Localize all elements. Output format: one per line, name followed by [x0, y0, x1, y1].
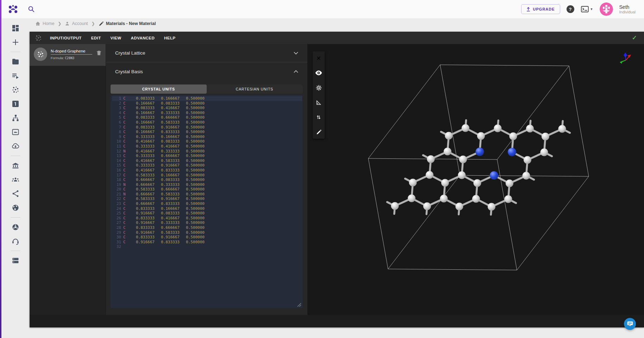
- atom-C[interactable]: [472, 195, 480, 203]
- basis-row[interactable]: 18C0.6666670.0833330.500000: [112, 177, 302, 182]
- crystal-lattice-accordion[interactable]: Crystal Lattice: [106, 44, 307, 62]
- sidebar-item-cloud-upload[interactable]: [11, 142, 20, 150]
- basis-row[interactable]: 25C0.9166670.0833330.500000: [112, 211, 302, 216]
- atom-C[interactable]: [526, 125, 534, 132]
- crystal-scene[interactable]: [308, 44, 643, 315]
- atom-N[interactable]: [476, 148, 484, 156]
- basis-row[interactable]: 6C0.1666670.5833330.500000: [112, 120, 302, 125]
- atom-C[interactable]: [523, 172, 530, 180]
- atom-C[interactable]: [540, 148, 548, 156]
- atom-C[interactable]: [506, 180, 513, 187]
- basis-row[interactable]: 15C0.3333330.9166670.500000: [112, 163, 302, 168]
- basis-row[interactable]: 26C0.8333330.4166670.500000: [112, 216, 302, 221]
- basis-row[interactable]: 20C0.5833330.6666670.500000: [112, 187, 302, 192]
- basis-row[interactable]: 11C0.3333330.4166670.500000: [112, 144, 302, 149]
- sidebar-item-unit[interactable]: [11, 100, 20, 108]
- sidebar-item-add[interactable]: [11, 38, 20, 46]
- edit-icon[interactable]: [315, 129, 322, 136]
- atom-C[interactable]: [509, 132, 517, 140]
- basis-row[interactable]: 19N0.6666670.3333330.500000: [112, 182, 302, 187]
- resize-handle[interactable]: [297, 303, 301, 307]
- basis-row[interactable]: 31C0.9166670.8333330.500000: [112, 240, 302, 245]
- tab-crystal-units[interactable]: CRYSTAL UNITS: [111, 84, 207, 94]
- basis-row[interactable]: 13C0.3333330.6666670.500000: [112, 154, 302, 158]
- user-menu[interactable]: Seth Individual: [619, 4, 636, 14]
- delete-material-icon[interactable]: [96, 50, 102, 57]
- sidebar-item-jobs[interactable]: [11, 71, 20, 80]
- measure-icon[interactable]: [315, 99, 322, 106]
- crystal-basis-accordion[interactable]: Crystal Basis: [106, 62, 307, 81]
- menu-item-view[interactable]: VIEW: [111, 36, 121, 40]
- atom-C[interactable]: [426, 171, 433, 179]
- atom-C[interactable]: [409, 179, 417, 187]
- basis-code-editor[interactable]: 1C0.0833330.1666670.5000002C0.1666670.08…: [111, 95, 302, 308]
- basis-row[interactable]: 9C0.3333330.1666670.500000: [112, 134, 302, 139]
- atom-C[interactable]: [462, 124, 469, 132]
- atoms[interactable]: [391, 124, 566, 211]
- basis-row[interactable]: 24C0.8333330.1666670.500000: [112, 206, 302, 211]
- atom-C[interactable]: [473, 179, 481, 187]
- basis-row[interactable]: 5C0.0833330.6666670.500000: [112, 115, 302, 120]
- basis-row[interactable]: 3C0.0833330.4166670.500000: [112, 106, 302, 111]
- basis-row[interactable]: 22C0.5833330.9166670.500000: [112, 196, 302, 201]
- sidebar-item-wallpaper[interactable]: [11, 128, 20, 136]
- basis-row[interactable]: 4C0.1666670.3333330.500000: [112, 111, 302, 115]
- basis-row[interactable]: 12N0.4166670.3333330.500000: [112, 149, 302, 154]
- atom-C[interactable]: [458, 171, 466, 179]
- basis-row[interactable]: 21N0.6666670.5833330.500000: [112, 192, 302, 197]
- axes-gizmo[interactable]: [617, 50, 635, 67]
- atom-C[interactable]: [494, 124, 502, 132]
- basis-row[interactable]: 16C0.4166670.8333330.500000: [112, 168, 302, 173]
- atom-C[interactable]: [423, 202, 431, 210]
- settings-icon[interactable]: [315, 84, 322, 91]
- atom-C[interactable]: [445, 132, 452, 140]
- basis-row[interactable]: 1C0.0833330.1666670.500000: [112, 96, 302, 101]
- sidebar-item-storage[interactable]: [11, 256, 20, 265]
- basis-row[interactable]: 30C0.8333330.9166670.500000: [112, 235, 302, 240]
- visibility-icon[interactable]: [315, 69, 322, 76]
- basis-row[interactable]: 23C0.6666670.8333330.500000: [112, 201, 302, 206]
- console-menu-button[interactable]: ▼: [581, 5, 593, 13]
- atom-C[interactable]: [524, 156, 531, 164]
- atom-N[interactable]: [490, 171, 498, 180]
- material-card[interactable]: Formula: C28N3: [30, 44, 106, 66]
- atom-C[interactable]: [505, 195, 512, 203]
- menu-item-edit[interactable]: EDIT: [91, 36, 101, 40]
- tab-cartesian-units[interactable]: CARTESIAN UNITS: [207, 84, 303, 94]
- basis-row[interactable]: 29C0.9166670.5833330.500000: [112, 230, 302, 235]
- atom-C[interactable]: [459, 156, 467, 163]
- atom-C[interactable]: [444, 148, 451, 155]
- atom-C[interactable]: [440, 195, 448, 202]
- sidebar-item-workflows[interactable]: [11, 114, 20, 122]
- atom-C[interactable]: [455, 203, 463, 211]
- sidebar-item-support[interactable]: [11, 237, 20, 245]
- sidebar-item-materials[interactable]: [11, 86, 20, 94]
- brand-logo-icon[interactable]: [8, 4, 18, 14]
- basis-row[interactable]: 7C0.0833330.9166670.500000: [112, 125, 302, 130]
- menu-item-input-output[interactable]: INPUT/OUTPUT: [50, 36, 82, 40]
- basis-row-empty[interactable]: 32: [112, 244, 302, 249]
- sidebar-item-folder[interactable]: [11, 57, 20, 66]
- sidebar-item-share[interactable]: [11, 189, 20, 198]
- chat-launcher[interactable]: [624, 318, 636, 330]
- menu-item-help[interactable]: HELP: [164, 36, 175, 40]
- avatar[interactable]: [600, 2, 613, 16]
- structure-viewer-3d[interactable]: ✕: [308, 44, 644, 315]
- sidebar-item-team[interactable]: [11, 175, 20, 184]
- atom-C[interactable]: [408, 194, 415, 202]
- basis-row[interactable]: 28C0.8333330.6666670.500000: [112, 225, 302, 230]
- sidebar-item-dashboard[interactable]: [11, 24, 20, 32]
- atom-C[interactable]: [427, 155, 434, 163]
- basis-row[interactable]: 8C0.1666670.8333330.500000: [112, 130, 302, 134]
- close-icon[interactable]: ✕: [315, 55, 322, 62]
- atom-C[interactable]: [391, 202, 399, 210]
- sidebar-item-bank[interactable]: [11, 161, 20, 170]
- atom-C[interactable]: [477, 132, 485, 140]
- atom-C[interactable]: [542, 133, 549, 140]
- save-check-icon[interactable]: ✓: [632, 34, 637, 42]
- upgrade-button[interactable]: UPGRADE: [521, 4, 560, 14]
- basis-row[interactable]: 10C0.4166670.0833330.500000: [112, 139, 302, 144]
- atom-C[interactable]: [441, 179, 449, 187]
- basis-row[interactable]: 27C0.9166670.3333330.500000: [112, 220, 302, 225]
- breadcrumb-account[interactable]: Account: [65, 21, 88, 26]
